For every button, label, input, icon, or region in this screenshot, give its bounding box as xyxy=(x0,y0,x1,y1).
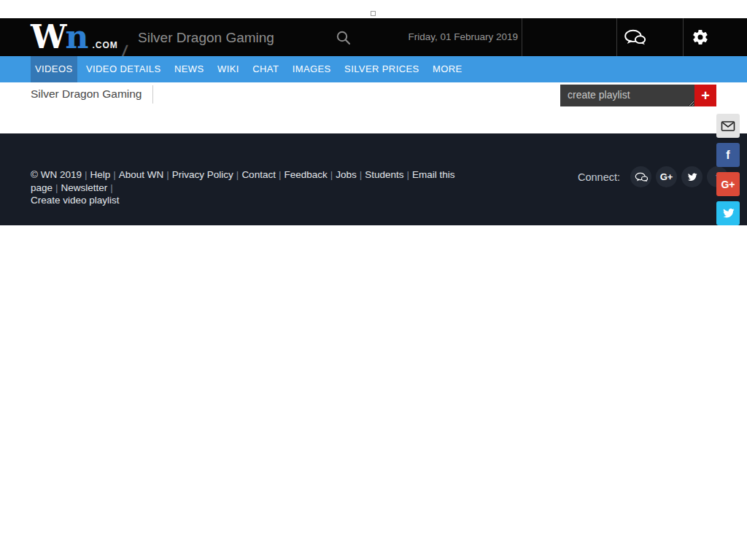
share-googleplus-button[interactable]: G+ xyxy=(716,172,740,196)
header-divider xyxy=(616,18,617,56)
nav-tab-video-details[interactable]: VIDEO DETAILS xyxy=(82,56,165,82)
footer: © WN 2019|Help|About WN|Privacy Policy|C… xyxy=(0,133,747,225)
nav-tab-more[interactable]: MORE xyxy=(428,56,467,82)
footer-link-feedback[interactable]: Feedback xyxy=(284,169,327,180)
title-divider xyxy=(152,85,153,104)
connect-twitter-button[interactable] xyxy=(681,166,703,187)
footer-link-help[interactable]: Help xyxy=(90,169,111,180)
envelope-icon xyxy=(721,120,735,133)
footer-link-newsletter[interactable]: Newsletter xyxy=(61,182,108,193)
nav-tab-videos[interactable]: VIDEOS xyxy=(31,56,77,82)
gear-icon[interactable] xyxy=(692,28,716,47)
header-divider xyxy=(683,18,684,56)
footer-link-contact[interactable]: Contact xyxy=(241,169,276,180)
wn-logo[interactable]: W n .COM xyxy=(31,18,118,56)
search-input[interactable] xyxy=(138,27,328,49)
tiny-placeholder-box xyxy=(371,11,376,16)
page-title: Silver Dragon Gaming xyxy=(31,88,142,101)
top-header-bar: W n .COM / Friday, 01 February 2019 xyxy=(0,18,747,56)
footer-links: © WN 2019|Help|About WN|Privacy Policy|C… xyxy=(31,168,534,207)
google-plus-icon: G+ xyxy=(660,171,673,182)
header-date: Friday, 01 February 2019 xyxy=(379,18,518,56)
connect-googleplus-button[interactable]: G+ xyxy=(656,166,677,187)
logo-letter-w: W xyxy=(31,18,66,56)
connect-section: Connect: G+ f xyxy=(578,166,728,187)
twitter-icon xyxy=(687,172,697,182)
footer-link-about-wn[interactable]: About WN xyxy=(119,169,164,180)
add-playlist-button[interactable]: + xyxy=(694,85,716,106)
google-plus-icon: G+ xyxy=(721,179,735,190)
main-nav-bar: VIDEOS VIDEO DETAILS NEWS WIKI CHAT IMAG… xyxy=(0,56,747,82)
search-icon[interactable] xyxy=(336,29,353,47)
connect-label: Connect: xyxy=(578,171,620,183)
header-divider xyxy=(522,18,522,56)
nav-tab-wiki[interactable]: WIKI xyxy=(213,56,244,82)
logo-letter-n: n xyxy=(65,18,88,56)
share-twitter-button[interactable] xyxy=(716,201,740,225)
twitter-icon xyxy=(722,207,735,219)
connect-chat-button[interactable] xyxy=(630,166,651,187)
nav-tab-silver-prices[interactable]: SILVER PRICES xyxy=(340,56,424,82)
page: W n .COM / Friday, 01 February 2019 VIDE… xyxy=(0,0,747,560)
logo-com-suffix: .COM xyxy=(92,40,117,50)
facebook-icon: f xyxy=(726,149,729,162)
chat-icon xyxy=(635,172,648,182)
copyright-text: © WN 2019 xyxy=(31,169,82,180)
share-facebook-button[interactable]: f xyxy=(716,143,740,167)
create-playlist-input[interactable] xyxy=(560,85,694,106)
footer-link-jobs[interactable]: Jobs xyxy=(336,169,357,180)
footer-link-privacy-policy[interactable]: Privacy Policy xyxy=(172,169,233,180)
nav-tab-images[interactable]: IMAGES xyxy=(288,56,336,82)
share-email-button[interactable] xyxy=(716,114,740,138)
footer-link-create-video-playlist[interactable]: Create video playlist xyxy=(31,195,120,206)
nav-tab-chat[interactable]: CHAT xyxy=(248,56,283,82)
nav-tab-news[interactable]: NEWS xyxy=(170,56,209,82)
share-bar: f G+ xyxy=(716,114,740,230)
chat-icon[interactable] xyxy=(624,28,649,47)
footer-link-students[interactable]: Students xyxy=(365,169,403,180)
